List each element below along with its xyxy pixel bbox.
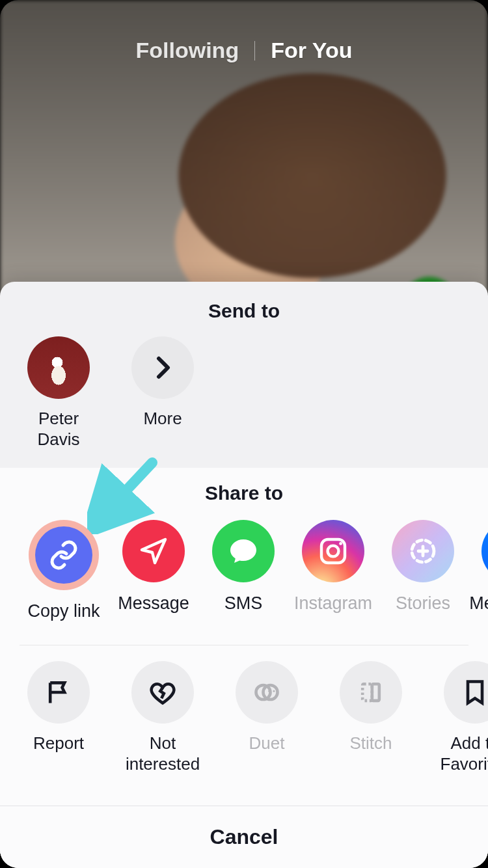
share-label: Instagram (294, 593, 372, 614)
action-report[interactable]: Report (20, 661, 98, 774)
cancel-button[interactable]: Cancel (0, 806, 488, 868)
share-instagram[interactable]: Instagram (289, 520, 377, 621)
share-sms[interactable]: SMS (199, 520, 288, 621)
contact-label: Peter Davis (20, 408, 98, 450)
svg-point-10 (268, 690, 270, 692)
chevron-right-icon (131, 336, 194, 399)
tab-for-you[interactable]: For You (271, 38, 352, 63)
stories-icon (392, 520, 454, 582)
share-to-title: Share to (0, 482, 488, 504)
tab-following[interactable]: Following (136, 38, 239, 63)
share-to-section: Share to Copy link (0, 468, 488, 868)
screen: Following For You Send to Peter Davis Mo… (0, 0, 488, 868)
feed-tabs: Following For You (0, 38, 488, 63)
paper-plane-icon (122, 520, 185, 582)
svg-rect-13 (372, 684, 379, 701)
share-label: Copy link (27, 601, 100, 621)
svg-point-3 (328, 546, 339, 557)
action-stitch: Stitch (332, 661, 410, 774)
action-label: Not interested (124, 733, 202, 774)
share-to-row: Copy link Message SMS (0, 520, 488, 640)
share-messenger[interactable]: Messenger (468, 520, 488, 621)
share-stories[interactable]: Stories (379, 520, 467, 621)
svg-point-11 (273, 690, 275, 692)
more-label: More (143, 408, 182, 429)
link-icon (35, 526, 92, 584)
flag-icon (27, 661, 90, 724)
bookmark-icon (444, 661, 488, 724)
contact-avatar (27, 336, 90, 399)
tab-separator (254, 41, 255, 61)
send-to-contact[interactable]: Peter Davis (20, 336, 98, 450)
actions-row: Report Not interested Duet (0, 645, 488, 793)
share-copy-link[interactable]: Copy link (20, 520, 108, 621)
send-to-row: Peter Davis More (0, 336, 488, 468)
copy-link-highlight-ring (29, 520, 99, 590)
broken-heart-icon (131, 661, 194, 724)
share-label: Message (118, 593, 189, 614)
stitch-icon (340, 661, 402, 724)
action-not-interested[interactable]: Not interested (124, 661, 202, 774)
duet-icon (236, 661, 298, 724)
svg-point-4 (339, 542, 342, 545)
action-label: Duet (249, 733, 285, 753)
share-sheet: Send to Peter Davis More (0, 282, 488, 868)
send-to-more[interactable]: More (124, 336, 202, 450)
share-label: Messenger (469, 593, 488, 614)
send-to-title: Send to (0, 300, 488, 322)
share-label: Stories (396, 593, 450, 614)
sms-bubble-icon (212, 520, 275, 582)
share-label: SMS (224, 593, 263, 614)
messenger-icon (481, 520, 488, 582)
action-label: Stitch (349, 733, 392, 753)
action-label: Report (33, 733, 84, 753)
action-add-favorites[interactable]: Add to Favorites (436, 661, 488, 774)
action-label: Add to Favorites (436, 733, 488, 774)
action-duet: Duet (228, 661, 306, 774)
instagram-icon (302, 520, 364, 582)
share-message[interactable]: Message (109, 520, 198, 621)
